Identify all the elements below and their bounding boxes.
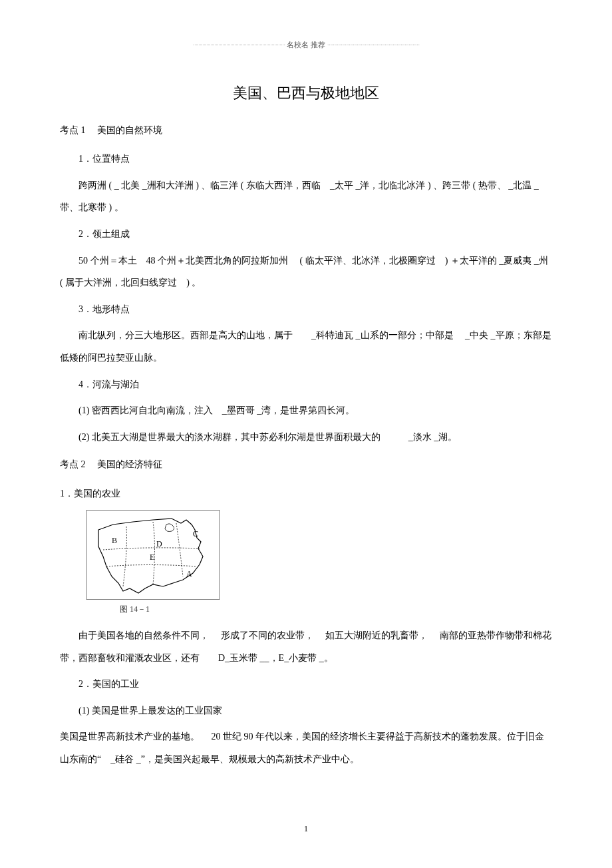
kp1-heading: 考点 1 美国的自然环境 [60, 122, 552, 138]
header-dots-right: ⋯⋯⋯⋯⋯⋯⋯⋯⋯⋯⋯⋯⋯⋯⋯⋯⋯⋯⋯⋯⋯⋯⋯ [327, 43, 419, 48]
kp2-s1-label: 1．美国的农业 [60, 483, 552, 505]
us-map-figure: A B C D E [86, 510, 220, 600]
document-title: 美国、巴西与极地地区 [60, 83, 552, 103]
map-label-b: B [112, 536, 117, 545]
header-dots-left: ⋯⋯⋯⋯⋯⋯⋯⋯⋯⋯⋯⋯⋯⋯⋯⋯⋯⋯⋯⋯⋯⋯⋯ [193, 43, 285, 48]
map-label-e: E [150, 552, 154, 562]
kp1-s1-label: 1．位置特点 [60, 148, 552, 170]
kp2-s1-body: 由于美国各地的自然条件不同， 形成了不同的农业带， 如五大湖附近的乳畜带， 南部… [60, 624, 552, 669]
map-label-c: C [193, 529, 198, 539]
page-header: ⋯⋯⋯⋯⋯⋯⋯⋯⋯⋯⋯⋯⋯⋯⋯⋯⋯⋯⋯⋯⋯⋯⋯ 名校名 推荐 ⋯⋯⋯⋯⋯⋯⋯⋯⋯… [60, 40, 552, 50]
map-label-d: D [156, 539, 162, 548]
page-number: 1 [60, 824, 552, 834]
kp2-s2-body: 美国是世界高新技术产业的基地。 20 世纪 90 年代以来，美国的经济增长主要得… [60, 726, 552, 770]
map-label-a: A [186, 569, 192, 578]
kp1-s3-label: 3．地形特点 [60, 298, 552, 321]
kp1-s3-body: 南北纵列，分三大地形区。西部是高大的山地，属于 _科特迪瓦 _山系的一部分；中部… [60, 324, 552, 369]
kp2-s2-label: 2．美国的工业 [60, 673, 552, 696]
figure-caption: 图 14－1 [120, 604, 552, 615]
document-page: ⋯⋯⋯⋯⋯⋯⋯⋯⋯⋯⋯⋯⋯⋯⋯⋯⋯⋯⋯⋯⋯⋯⋯ 名校名 推荐 ⋯⋯⋯⋯⋯⋯⋯⋯⋯… [0, 0, 612, 861]
kp1-s4-p2: (2) 北美五大湖是世界最大的淡水湖群，其中苏必利尔湖是世界面积最大的 _淡水 … [60, 426, 552, 449]
kp1-s1-body: 跨两洲 ( _ 北美 _洲和大洋洲 ) 、临三洋 ( 东临大西洋，西临 _太平 … [60, 174, 552, 219]
kp2-s2-p1: (1) 美国是世界上最发达的工业国家 [60, 700, 552, 722]
kp1-s2-label: 2．领土组成 [60, 223, 552, 246]
kp2-heading: 考点 2 美国的经济特征 [60, 456, 552, 473]
figure-block: A B C D E 图 14－1 [60, 510, 552, 615]
kp1-s2-body: 50 个州＝本土 48 个州＋北美西北角的阿拉斯加州 ( 临太平洋、北冰洋，北极… [60, 250, 552, 294]
header-label: 名校名 推荐 [287, 41, 325, 49]
kp1-s4-label: 4．河流与湖泊 [60, 373, 552, 396]
kp1-s4-p1: (1) 密西西比河自北向南流，注入 _墨西哥 _湾，是世界第四长河。 [60, 399, 552, 422]
